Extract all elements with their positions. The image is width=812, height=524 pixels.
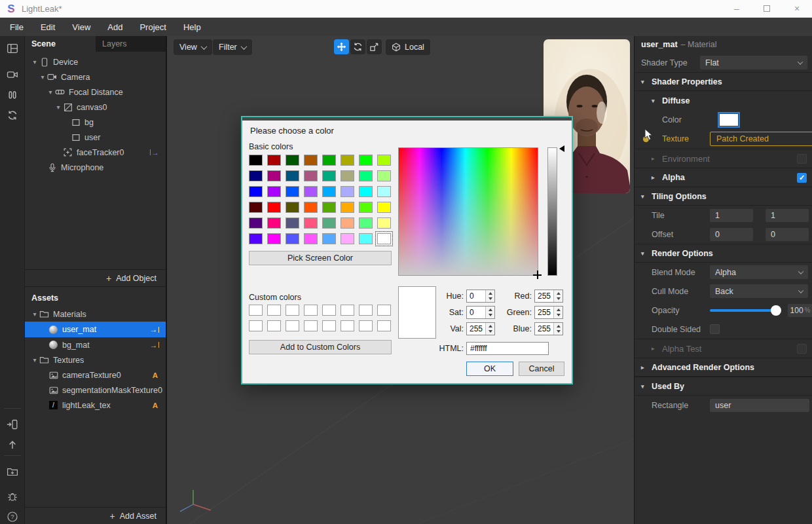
color-swatch[interactable] xyxy=(359,305,373,316)
expand-triangle-icon[interactable]: ▾ xyxy=(641,193,652,200)
texture-value-field[interactable]: Patch Created xyxy=(710,132,812,146)
alpha-test-checkbox[interactable] xyxy=(797,344,807,354)
color-swatch[interactable] xyxy=(341,170,354,181)
rotate-tool-button[interactable] xyxy=(350,39,365,54)
scale-tool-button[interactable] xyxy=(367,39,382,54)
value-slider-arrow[interactable] xyxy=(559,145,564,152)
blend-mode-select[interactable]: Alpha xyxy=(710,265,808,279)
color-swatch[interactable] xyxy=(267,305,281,316)
expand-triangle-icon[interactable]: ▾ xyxy=(30,356,39,364)
color-swatch[interactable] xyxy=(322,305,336,316)
subsection-diffuse[interactable]: ▾ Diffuse xyxy=(635,91,812,110)
html-color-input[interactable]: #ffffff xyxy=(466,342,549,355)
double-sided-checkbox[interactable] xyxy=(710,324,720,334)
green-spinbox[interactable]: 255 xyxy=(534,306,563,319)
color-swatch[interactable] xyxy=(267,186,281,197)
environment-checkbox[interactable] xyxy=(797,154,807,164)
ok-button[interactable]: OK xyxy=(466,362,513,376)
asset-item-bg-mat[interactable]: bg_mat → xyxy=(25,337,166,352)
sat-spinbox[interactable]: 0 xyxy=(466,306,495,319)
section-tiling-options[interactable]: ▾ Tiling Options xyxy=(635,187,812,206)
color-swatch[interactable] xyxy=(286,217,299,229)
maximize-button[interactable] xyxy=(752,0,782,17)
red-spinbox[interactable]: 255 xyxy=(534,290,563,303)
color-swatch[interactable] xyxy=(359,320,373,331)
expand-triangle-icon[interactable]: ▾ xyxy=(641,79,652,85)
publish-icon[interactable] xyxy=(0,435,25,455)
color-swatch[interactable] xyxy=(322,217,336,229)
menu-add[interactable]: Add xyxy=(99,18,131,36)
expand-triangle-icon[interactable]: ▾ xyxy=(652,98,662,104)
menu-project[interactable]: Project xyxy=(131,18,174,36)
color-swatch[interactable] xyxy=(377,320,391,331)
color-swatch[interactable] xyxy=(377,233,391,244)
workspace-layout-icon[interactable] xyxy=(0,39,25,58)
color-swatch[interactable] xyxy=(249,233,263,244)
local-space-button[interactable]: Local xyxy=(386,39,430,55)
color-swatch[interactable] xyxy=(341,202,354,213)
asset-item-user-mat[interactable]: user_mat → xyxy=(25,322,166,337)
color-swatch[interactable] xyxy=(341,155,354,166)
minimize-button[interactable]: – xyxy=(722,0,752,17)
color-swatch[interactable] xyxy=(377,186,391,197)
expand-triangle-icon[interactable]: ▾ xyxy=(641,383,652,390)
tree-item-canvas0[interactable]: ▾ canvas0 xyxy=(25,100,166,115)
add-folder-icon[interactable] xyxy=(0,462,25,481)
asset-item-camera-texture[interactable]: cameraTexture0 A xyxy=(25,367,166,383)
color-swatch[interactable] xyxy=(267,202,281,213)
expand-triangle-icon[interactable]: ▾ xyxy=(38,73,47,81)
color-swatch[interactable] xyxy=(359,155,373,166)
expand-triangle-icon[interactable]: ▾ xyxy=(54,103,63,111)
color-swatch[interactable] xyxy=(341,217,354,229)
color-swatch[interactable] xyxy=(286,202,299,213)
color-swatch[interactable] xyxy=(322,170,336,181)
collapse-triangle-icon[interactable]: ▸ xyxy=(652,174,662,181)
asset-folder-textures[interactable]: ▾ Textures xyxy=(25,352,166,367)
color-swatch[interactable] xyxy=(286,170,299,181)
color-swatch[interactable] xyxy=(267,217,281,229)
tile-x-input[interactable]: 1 xyxy=(710,209,753,222)
alpha-checkbox[interactable]: ✓ xyxy=(797,173,807,183)
help-icon[interactable]: ? xyxy=(0,507,25,524)
video-camera-icon[interactable] xyxy=(0,65,25,84)
send-to-device-icon[interactable] xyxy=(0,415,25,434)
color-swatch[interactable] xyxy=(322,155,336,166)
pick-screen-color-button[interactable]: Pick Screen Color xyxy=(249,251,392,265)
opacity-value-box[interactable]: 100% xyxy=(788,304,812,317)
blue-spinbox[interactable]: 255 xyxy=(534,322,563,335)
expand-triangle-icon[interactable]: ▾ xyxy=(641,250,652,257)
add-asset-button[interactable]: + Add Asset xyxy=(25,507,166,524)
color-swatch[interactable] xyxy=(267,170,281,181)
hue-spinbox[interactable]: 0 xyxy=(466,290,495,303)
color-swatch[interactable] xyxy=(267,320,281,331)
color-swatch[interactable] xyxy=(267,233,281,244)
color-swatch[interactable] xyxy=(249,217,263,229)
tab-scene[interactable]: Scene xyxy=(25,36,96,52)
add-object-button[interactable]: + Add Object xyxy=(25,269,166,286)
filter-dropdown[interactable]: Filter xyxy=(213,39,252,55)
subsection-alpha-test[interactable]: ▸ Alpha Test xyxy=(635,339,812,358)
color-swatch[interactable] xyxy=(304,170,318,181)
color-swatch[interactable] xyxy=(249,186,263,197)
color-swatch[interactable] xyxy=(249,170,263,181)
section-render-options[interactable]: ▾ Render Options xyxy=(635,244,812,263)
expand-triangle-icon[interactable]: ▾ xyxy=(46,88,55,96)
asset-folder-materials[interactable]: ▾ Materials xyxy=(25,307,166,322)
hue-saturation-gradient[interactable] xyxy=(398,147,538,276)
section-used-by[interactable]: ▾ Used By xyxy=(635,377,812,396)
menu-file[interactable]: File xyxy=(1,18,32,36)
menu-view[interactable]: View xyxy=(64,18,99,36)
color-swatch[interactable] xyxy=(304,320,318,331)
restart-icon[interactable] xyxy=(0,105,25,125)
cancel-button[interactable]: Cancel xyxy=(519,362,564,376)
shader-type-select[interactable]: Flat xyxy=(700,56,807,69)
expand-triangle-icon[interactable]: ▾ xyxy=(30,310,39,318)
color-swatch[interactable] xyxy=(267,155,281,166)
color-swatch[interactable] xyxy=(304,233,318,244)
color-swatch[interactable] xyxy=(322,320,336,331)
rectangle-value-field[interactable]: user xyxy=(710,399,809,412)
patches-icon[interactable] xyxy=(0,85,25,105)
close-button[interactable]: × xyxy=(782,0,812,17)
subsection-environment[interactable]: ▸ Environment xyxy=(635,149,812,168)
color-swatch[interactable] xyxy=(359,186,373,197)
